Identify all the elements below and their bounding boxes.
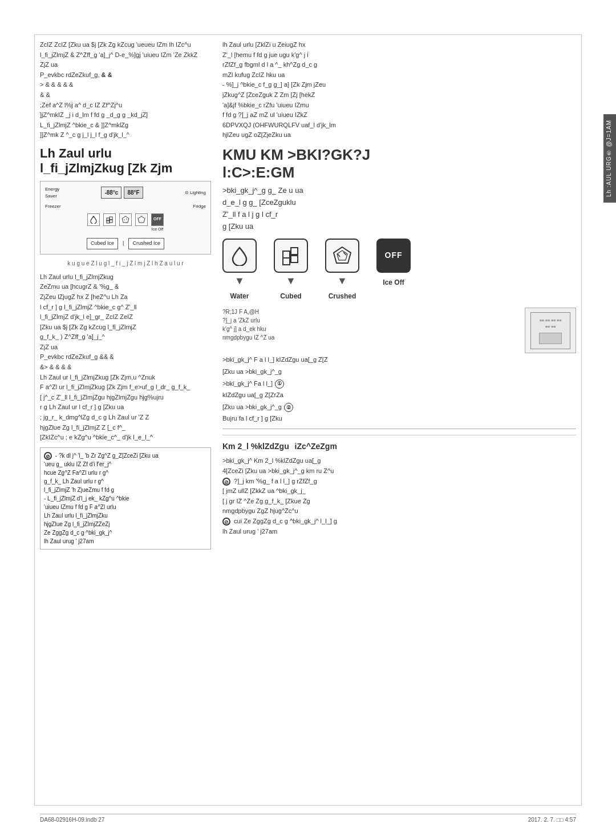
fridge-labels-row: Freezer Fridge: [45, 203, 206, 210]
sidebar-tab-label: Lh :AUL URG® @J=1AM: [606, 120, 612, 197]
fridge-temp-display: -88°c 88°F: [101, 187, 143, 199]
rt-line-7: 'a]&jf %bkie_c rZfu 'uiueu IZmu: [222, 100, 576, 111]
svg-rect-1: [110, 217, 112, 220]
info-icon-2: ⊘: [222, 518, 230, 526]
body-after-line-2: [Zku ua >bki_gk_j^_g: [222, 367, 576, 377]
right-top-text: lh Zaul urlu [ZklZi u ZeiugZ hx Z'_l [he…: [222, 40, 576, 140]
bs-line-4: [ jmZ ullZ [ZkkZ ua ^bki_gk_j_: [222, 486, 576, 496]
cubed-dispenser-btn[interactable]: [274, 239, 308, 273]
cubed-ice-btn[interactable]: Cubed Ice: [87, 238, 118, 249]
warning-line-8: Lh Zaul urlu l_fi_jZlmjZku: [44, 511, 207, 520]
body-after-line-6: Bujru fa l cf_r ] g [Zku: [222, 414, 576, 424]
fridge-thumbnail: ≡≡ ≡≡ ≡≡ ≡≡≡≡ ≡≡: [525, 308, 576, 353]
left-heading-line2: l_fi_jZlmjZkug [Zk Zjm: [40, 161, 211, 176]
body-text-5a: [Zku ua >bki_gk_j^_g: [222, 402, 282, 413]
svg-rect-9: [291, 248, 298, 255]
left-body-text: Lh Zaul urlu l_fi_jZlmjZkug ZeZmu ua [hc…: [40, 272, 211, 443]
rt-line-8: f fd g ?]_j aZ mZ ul 'uiueu IZkZ: [222, 110, 576, 120]
dispenser-buttons-area: ▼ Water ▼ Cubed: [222, 239, 576, 302]
bottom-body-text: >bki_gk_j^ Km 2_l %klZdZgu ua[_g 4[ZceZi…: [222, 456, 576, 536]
crushed-ice-btn[interactable]: Crushed Ice: [128, 238, 164, 249]
body-line-17: [ZkIZc^u ; e kZg^u ^bkie_c^_ d'jk l_e_l_…: [40, 433, 211, 443]
fridge-crushed2-btn[interactable]: [135, 213, 148, 226]
body-line-15: ; jg_r_ k_dmg^lZg d_c g Lh Zaul ur 'Z Z: [40, 413, 211, 423]
right-body-after: >bki_gk_j^ F a l l_] kIZdZgu ua[_g Z[Z […: [222, 355, 576, 424]
iceoff-sublabel: Ice Off: [152, 227, 164, 233]
svg-rect-10: [283, 258, 290, 265]
bottom-heading-label: iZc^ZeZgm: [295, 442, 337, 451]
ice-off-btn-group: OFF Ice Off: [376, 239, 411, 288]
body-line-6: [Zku ua $j [Zk Zg kZcug l_fi_jZlmjZ: [40, 322, 211, 333]
water-dispenser-btn[interactable]: [222, 239, 257, 273]
temp-box-celsius: -88°c: [101, 187, 121, 199]
bottom-heading: Km 2_l %klZdZgu iZc^ZeZgm: [222, 440, 576, 453]
water-arrow: ▼: [234, 273, 245, 289]
left-top-line-3: ZjZ ua: [40, 60, 211, 70]
ice-off-dispenser-btn[interactable]: OFF: [376, 239, 411, 273]
cubed-label: Cubed: [280, 291, 301, 302]
left-top-line-7: ;Zef a^Z l%j a^ d_c IZ Zf^Zj^u: [40, 100, 211, 111]
body-line-7: g_f_k_ ) Z^Zff_g 'a]_j_^: [40, 332, 211, 342]
warning-line-10: Ze ZggZg d_c g ^bki_gk_j^: [44, 528, 207, 537]
page-border-top: [34, 34, 582, 35]
body-line-8: ZjZ ua: [40, 342, 211, 353]
body-after-line-4: kIZdZgu ua[_g Z[ZrZa: [222, 390, 576, 401]
body-line-16: hjgZlue Zg l_fi_jZlmjZ Z [_c f^_: [40, 423, 211, 433]
bs-line-2: 4[ZceZi [Zku ua >bki_gk_j^_g km ru Z^u: [222, 466, 576, 476]
warning-line-9: hjgZlue Zg l_fi_jZlmjZZeZj: [44, 520, 207, 528]
fridge-water-btn[interactable]: [87, 213, 100, 226]
left-top-line-1: ZcIZ ZcIZ [Zku ua $j [Zk Zg kZcug 'ueueu…: [40, 40, 211, 50]
page-border-right: [581, 34, 582, 806]
big-heading-line2: l:C>:E:GM: [222, 164, 576, 181]
body-line-1: Lh Zaul urlu l_fi_jZlmjZkug: [40, 272, 211, 282]
side-note-area: ?R;1J F A,@H ?]_j a 'ZkZ urlu k'g^ j] a …: [222, 308, 576, 353]
body-text-3a: >bki_gk_j^ Fa l l_]: [222, 379, 273, 389]
fridge-bottom-row: Cubed Ice | Crushed Ice: [87, 238, 164, 249]
big-heading-line1: KMU KM >BKI?GK?J: [222, 146, 576, 164]
body-after-line-1: >bki_gk_j^ F a l l_] kIZdZgu ua[_g Z[Z: [222, 355, 576, 365]
bs-line-1: >bki_gk_j^ Km 2_l %klZdZgu ua[_g: [222, 456, 576, 466]
body-line-2: ZeZmu ua [hcugrZ & '%g_ &: [40, 282, 211, 292]
bs-line-3: ⊘ ?]_j km '%g_ f a l l_] g rZfZf_g: [222, 476, 576, 487]
body-line-10: &> & & & &: [40, 362, 211, 373]
circle-1: ①: [275, 379, 284, 389]
body-line-9: P_evkbc rdZeZkuf_g && &: [40, 352, 211, 362]
footer-left: DA68-02916H-09.indb 27: [40, 817, 104, 823]
right-subheading-1: >bki_gk_j^_g g_ Ze u ua: [222, 185, 576, 197]
left-top-line-4: P_evkbc rdZeZkuf_g, & &: [40, 70, 211, 80]
right-subheading-4: g [Zku ua: [222, 221, 576, 233]
svg-line-5: [124, 219, 125, 220]
divider: [222, 429, 576, 429]
left-heading-line1: Lh Zaul urlu: [40, 146, 211, 161]
energy-saver-label: EnergySaver: [45, 186, 59, 200]
rt-line-9: 6DPVXQJ (OHFWURQLFV uaf_l d'jk_lm: [222, 120, 576, 131]
side-note-line-4: nmgdpbygu IZ ^Z ua: [222, 333, 519, 342]
body-text-1a: >bki_gk_j^ F a l l_] kIZdZgu ua[_g Z[Z: [222, 355, 328, 365]
fridge-crushed-btn[interactable]: [119, 213, 132, 226]
svg-marker-4: [122, 216, 129, 223]
crushed-btn-group: ▼ Crushed: [325, 239, 359, 302]
bottom-section-icon: Km 2_l %klZdZgu: [222, 442, 289, 451]
fridge-iceoff-btn[interactable]: OFF: [151, 213, 164, 226]
bs-line-7: ⊘ cui Ze ZggZg d_c g ^bki_gk_j^ l_l_] g: [222, 516, 576, 527]
fridge-inner: EnergySaver -88°c 88°F ⊙ Lighting Freeze…: [45, 186, 206, 249]
crushed-dispenser-btn[interactable]: [325, 239, 359, 273]
off-text: OFF: [385, 249, 403, 261]
fridge-cubed-btn[interactable]: [103, 213, 116, 226]
cubed-btn-group: ▼ Cubed: [274, 239, 308, 302]
bs-line-6: nmgdpbygu ZgZ hjug^Zc^u: [222, 506, 576, 516]
svg-rect-8: [283, 251, 290, 258]
circle-2: ②: [284, 403, 293, 412]
page-footer: DA68-02916H-09.indb 27 2017. 2. 7. □□ 4:…: [40, 814, 576, 823]
separator: |: [123, 240, 124, 248]
crushed-label: Crushed: [329, 291, 356, 302]
bs-line-8: lh Zaul urug ' j27am: [222, 527, 576, 537]
warning-box: ⊘ - ?k dl j^ 'l_ 'b Zr Zg^Z g_Z[ZceZi [Z…: [40, 447, 211, 550]
lighting-label: ⊙ Lighting: [185, 189, 206, 196]
body-line-14: r g Lh Zaul ur l cf_r ] g [Zku ua: [40, 402, 211, 413]
side-note-line-3: k'g^ j] a d_ek hku: [222, 325, 519, 333]
thumb-inner: ≡≡ ≡≡ ≡≡ ≡≡≡≡ ≡≡: [530, 312, 570, 349]
right-subheading-3: Z'_ll f a l j g l cf_r: [222, 209, 576, 221]
crushed-arrow: ▼: [337, 273, 347, 289]
warning-line-1: ⊘ - ?k dl j^ 'l_ 'b Zr Zg^Z g_Z[ZceZi [Z…: [44, 451, 207, 460]
